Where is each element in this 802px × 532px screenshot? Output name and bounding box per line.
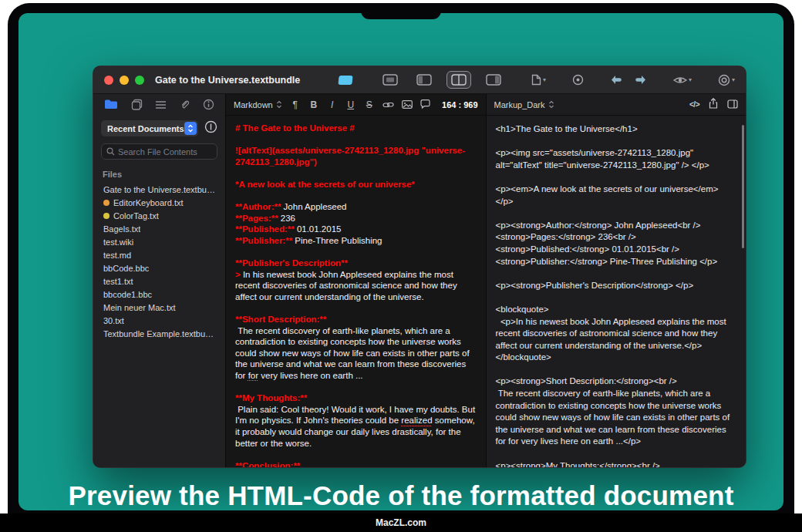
- file-item[interactable]: Textbundle Example.textbu…: [93, 327, 225, 340]
- circle-badge-icon[interactable]: [572, 74, 584, 86]
- folder-icon[interactable]: [104, 99, 118, 113]
- file-name: Textbundle Example.textbu…: [103, 329, 214, 338]
- file-name: Bagels.txt: [103, 224, 140, 234]
- search-icon: [106, 145, 115, 159]
- editor-line: [235, 449, 477, 460]
- forward-arrow-icon[interactable]: [634, 75, 647, 85]
- style-dropdown-label: Markup_Dark: [494, 100, 545, 109]
- search-input[interactable]: [118, 147, 212, 157]
- file-item[interactable]: test.wiki: [93, 235, 225, 248]
- sidebar-toggle-icon[interactable]: [204, 120, 217, 136]
- panel-toggle-icon[interactable]: [727, 98, 738, 112]
- preview-line: [496, 364, 737, 376]
- strikethrough-button[interactable]: S: [364, 99, 375, 110]
- sidebar-tabs: [93, 94, 225, 117]
- camera-notch: [361, 3, 441, 19]
- paperclip-icon[interactable]: [180, 99, 190, 113]
- file-item[interactable]: 30.txt: [93, 314, 225, 327]
- new-document-icon[interactable]: ▾: [531, 74, 546, 86]
- close-button[interactable]: [104, 76, 113, 85]
- documents-icon[interactable]: [131, 99, 143, 113]
- list-icon[interactable]: [155, 99, 167, 113]
- file-item[interactable]: test1.txt: [93, 274, 225, 288]
- minimize-button[interactable]: [120, 76, 129, 85]
- preview-pane: Markup_Dark </> <: [487, 94, 746, 467]
- app-window: Gate to the Universe.textbundle: [93, 66, 746, 468]
- layout-split-icon[interactable]: [446, 71, 471, 89]
- preview-line: [496, 268, 737, 280]
- preview-line: <p><em>A new look at the secrets of our …: [496, 184, 737, 207]
- library-dropdown-label: Recent Documents: [107, 124, 184, 133]
- layout-preview-icon[interactable]: [482, 72, 505, 88]
- preview-line: <p><strong>Short Description:</strong><b…: [496, 375, 737, 388]
- editor-line: **Author:** John Appleseed: [235, 201, 477, 213]
- editor-line: **Conclusion:**: [235, 460, 477, 467]
- zoom-button[interactable]: [135, 76, 144, 85]
- editor-line: [235, 190, 477, 202]
- preview-line: [496, 136, 737, 148]
- file-name: ColorTag.txt: [113, 211, 159, 221]
- editor-content[interactable]: # The Gate to the Universe # ![altText](…: [226, 116, 486, 467]
- preview-header: Markup_Dark </>: [487, 94, 746, 116]
- file-item[interactable]: Gate to the Universe.textbu…: [93, 183, 225, 196]
- file-name: Mein neuer Mac.txt: [103, 303, 176, 312]
- bold-button[interactable]: B: [308, 99, 319, 110]
- editor-line: The recent discovery of earth-like plane…: [235, 325, 477, 382]
- preview-line: <p><strong>Author:</strong> John Applese…: [496, 220, 737, 232]
- scrollbar-thumb[interactable]: [742, 125, 744, 248]
- style-dropdown[interactable]: Markup_Dark: [494, 100, 554, 109]
- sidebar: Recent Documents: [93, 94, 226, 467]
- chevron-updown-icon: [276, 100, 282, 109]
- preview-eye-icon[interactable]: ▾: [673, 76, 692, 85]
- file-list: Gate to the Universe.textbu…EditorKeyboa…: [93, 183, 225, 467]
- editor-line: **Pages:** 236: [235, 213, 477, 224]
- italic-button[interactable]: I: [327, 99, 338, 110]
- flag-icon[interactable]: [339, 76, 352, 85]
- file-item[interactable]: test.md: [93, 248, 225, 261]
- underline-button[interactable]: U: [345, 99, 356, 110]
- editor-line: # The Gate to the Universe #: [235, 123, 477, 134]
- comment-icon[interactable]: [420, 98, 430, 112]
- format-dropdown-label: Markdown: [234, 100, 273, 109]
- file-item[interactable]: bbCode.bbc: [93, 261, 225, 274]
- bottom-bar: MacZL.com: [0, 513, 802, 532]
- chevron-down-icon: ▾: [689, 77, 692, 83]
- editor-line: [235, 134, 477, 146]
- layout-single-icon[interactable]: [379, 72, 402, 88]
- file-item[interactable]: ColorTag.txt: [93, 209, 225, 222]
- file-item[interactable]: EditorKeyboard.txt: [93, 196, 225, 209]
- preview-line: <h1>The Gate to the Universe</h1>: [496, 123, 737, 136]
- info-icon[interactable]: [203, 99, 214, 113]
- link-icon[interactable]: [382, 98, 394, 112]
- share-icon[interactable]: [709, 98, 718, 112]
- watermark-text: MacZL.com: [376, 517, 426, 528]
- preview-content[interactable]: <h1>The Gate to the Universe</h1> <p><im…: [487, 116, 746, 467]
- editor-header: Markdown ¶ B I U S: [226, 94, 486, 116]
- file-name: EditorKeyboard.txt: [113, 198, 184, 207]
- file-item[interactable]: Mein neuer Mac.txt: [93, 301, 225, 314]
- editor-line: **Publisher:** Pine-Three Publishing: [235, 235, 477, 247]
- library-dropdown[interactable]: Recent Documents: [101, 120, 198, 136]
- focus-ring-icon[interactable]: ▾: [718, 74, 735, 86]
- file-item[interactable]: bbcode1.bbc: [93, 288, 225, 301]
- back-arrow-icon[interactable]: [610, 75, 623, 85]
- preview-line: <p>In his newest book John Appleseed exp…: [496, 316, 737, 352]
- laptop-screen: Gate to the Universe.textbundle: [19, 13, 783, 510]
- layout-sidebar-icon[interactable]: [413, 72, 436, 88]
- tag-dot: [103, 213, 110, 219]
- format-dropdown[interactable]: Markdown: [234, 100, 282, 109]
- preview-line: <p><strong>My Thoughts:</strong><br />: [496, 460, 737, 467]
- editor-line: **My Thoughts:**: [235, 392, 477, 404]
- preview-line: <strong>Publisher:</strong> Pine-Three P…: [496, 256, 737, 268]
- file-name: bbCode.bbc: [103, 264, 149, 273]
- search-field[interactable]: [101, 143, 217, 160]
- paragraph-button[interactable]: ¶: [290, 99, 301, 110]
- chevron-updown-icon: [548, 100, 554, 109]
- editor-line: **Publisher's Description**: [235, 258, 477, 269]
- editor-line: [235, 247, 477, 258]
- editor-line: *A new look at the secrets of our univer…: [235, 179, 477, 190]
- preview-line: [496, 171, 737, 184]
- file-item[interactable]: Bagels.txt: [93, 222, 225, 235]
- code-icon[interactable]: </>: [689, 100, 699, 109]
- image-icon[interactable]: [402, 98, 413, 112]
